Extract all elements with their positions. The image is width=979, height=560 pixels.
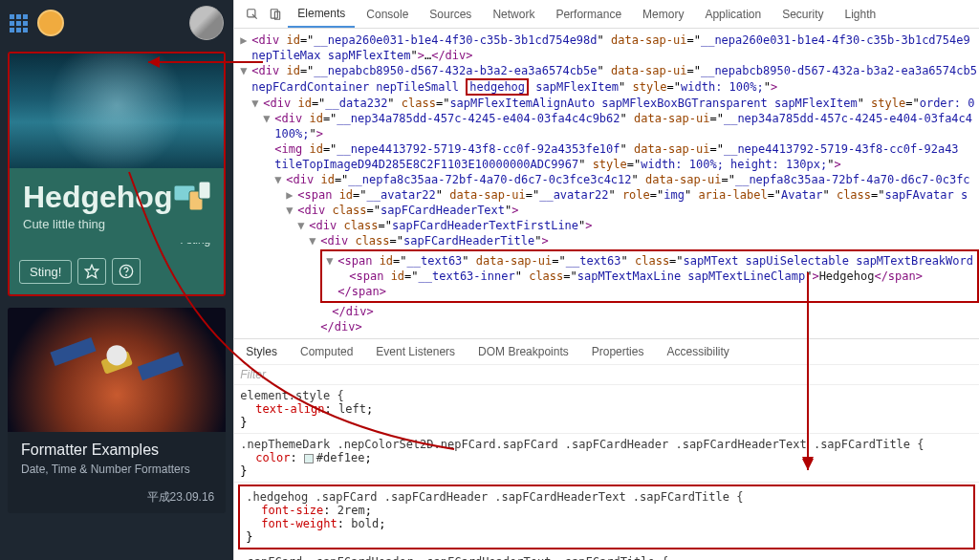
- svg-point-5: [126, 275, 127, 276]
- styles-panel: Styles Computed Event Listeners DOM Brea…: [234, 338, 979, 560]
- dom-node[interactable]: ▶<span id="__avatar22" data-sap-ui="__av…: [240, 187, 979, 203]
- card-hedgehog-actions: Sting!: [10, 258, 224, 294]
- svg-rect-2: [199, 182, 210, 199]
- tab-performance[interactable]: Performance: [546, 2, 631, 27]
- user-avatar[interactable]: [189, 6, 224, 40]
- card-formatters-body: Formatter Examples Date, Time & Number F…: [8, 432, 226, 489]
- dom-node[interactable]: ▼<div id="__nep34a785dd-457c-4245-e404-0…: [240, 111, 979, 126]
- topbar: [0, 0, 233, 46]
- home-button[interactable]: [37, 10, 64, 36]
- dom-node-cont: 100%;">: [240, 126, 979, 141]
- highlighted-class-hedgehog: hedgehog: [466, 78, 529, 96]
- card-formatters-title: Formatter Examples: [21, 442, 212, 459]
- card-hedgehog-subtitle: Cute little thing: [23, 217, 210, 231]
- tab-security[interactable]: Security: [772, 2, 833, 27]
- card-hedgehog: Hedgehog Cute little thing I sting Sting…: [8, 52, 226, 296]
- svg-point-9: [106, 345, 126, 365]
- devtools-tabs: Elements Console Sources Network Perform…: [234, 0, 979, 29]
- styles-tab-breakpoints[interactable]: DOM Breakpoints: [467, 339, 580, 364]
- color-swatch-icon[interactable]: [304, 454, 314, 463]
- dom-node[interactable]: ▼<div id="__data232" class="sapMFlexItem…: [240, 96, 979, 111]
- dom-node-cont: nepTileMax sapMFlexItem">…</div>: [240, 48, 979, 63]
- apps-grid-icon[interactable]: [10, 14, 28, 32]
- svg-rect-7: [138, 352, 184, 380]
- css-rule-generic[interactable]: .sapFCard .sapFCardHeader .sapFCardHeade…: [234, 551, 979, 560]
- devices-icon: [172, 180, 212, 214]
- card-hedgehog-body: Hedgehog Cute little thing: [10, 168, 224, 243]
- dom-node-cont: tileTopImageD94D285E8C2F1103E10000000ADC…: [240, 157, 979, 172]
- dom-selected-block[interactable]: ▼<span id="__text63" data-sap-ui="__text…: [240, 248, 979, 304]
- styles-filter[interactable]: Filter: [234, 365, 979, 385]
- tab-elements[interactable]: Elements: [288, 1, 355, 28]
- svg-marker-3: [86, 265, 98, 277]
- devtools-panel: Elements Console Sources Network Perform…: [233, 0, 979, 560]
- inspect-icon[interactable]: [242, 4, 263, 25]
- tab-memory[interactable]: Memory: [633, 2, 693, 27]
- styles-tabs: Styles Computed Event Listeners DOM Brea…: [234, 339, 979, 365]
- styles-tab-styles[interactable]: Styles: [234, 339, 289, 364]
- dom-node[interactable]: ▼<div class="sapFCardHeaderText">: [240, 203, 979, 218]
- dom-node[interactable]: ▼<div class="sapFCardHeaderTextFirstLine…: [240, 218, 979, 233]
- dom-node[interactable]: <img id="__nepe4413792-5719-43f8-cc0f-92…: [240, 141, 979, 157]
- card-formatters-date: 平成23.09.16: [8, 489, 226, 513]
- dom-node[interactable]: ▼<div id="__nepfa8c35aa-72bf-4a70-d6c7-0…: [240, 172, 979, 187]
- tab-lighthouse[interactable]: Lighth: [836, 2, 886, 27]
- styles-tab-properties[interactable]: Properties: [580, 339, 656, 364]
- css-rule-element-style[interactable]: element.style { text-align: left; }: [234, 385, 979, 434]
- card-formatters[interactable]: Formatter Examples Date, Time & Number F…: [8, 308, 226, 513]
- svg-rect-6: [50, 337, 96, 366]
- tab-network[interactable]: Network: [483, 2, 544, 27]
- card-hedgehog-image: [10, 54, 224, 168]
- card-formatters-subtitle: Date, Time & Number Formatters: [21, 463, 212, 476]
- dom-node-close: </div>: [240, 319, 979, 334]
- satellite-icon: [8, 308, 226, 432]
- styles-tab-accessibility[interactable]: Accessibility: [655, 339, 740, 364]
- dom-tree[interactable]: ▶<div id="__nepa260e031-b1e4-4f30-c35b-3…: [234, 29, 979, 338]
- dom-node[interactable]: ▶<div id="__nepa260e031-b1e4-4f30-c35b-3…: [240, 32, 979, 48]
- css-rule-theme-dark[interactable]: .nepThemeDark .nepColorSet2D.nepFCard.sa…: [234, 434, 979, 483]
- tab-console[interactable]: Console: [357, 2, 418, 27]
- card-hedgehog-footer: I sting: [10, 243, 224, 258]
- tab-sources[interactable]: Sources: [420, 2, 481, 27]
- device-toggle-icon[interactable]: [265, 4, 286, 25]
- app-sidebar: Hedgehog Cute little thing I sting Sting…: [0, 0, 233, 560]
- dom-node-close: </div>: [240, 304, 979, 319]
- dom-node[interactable]: ▼<div class="sapFCardHeaderTitle">: [240, 233, 979, 248]
- favorite-button[interactable]: [77, 258, 106, 285]
- tab-application[interactable]: Application: [695, 2, 771, 27]
- card-formatters-image: [8, 308, 226, 432]
- sting-button[interactable]: Sting!: [19, 260, 72, 284]
- css-rule-hedgehog[interactable]: .hedgehog .sapFCard .sapFCardHeader .sap…: [238, 485, 975, 549]
- styles-tab-listeners[interactable]: Event Listeners: [364, 339, 467, 364]
- dom-node[interactable]: ▼<div id="__nepabcb8950-d567-432a-b3a2-e…: [240, 63, 979, 78]
- styles-tab-computed[interactable]: Computed: [289, 339, 364, 364]
- help-button[interactable]: [112, 258, 141, 285]
- dom-node-cont: nepFCardContainer nepTileSmall hedgehog …: [240, 78, 979, 96]
